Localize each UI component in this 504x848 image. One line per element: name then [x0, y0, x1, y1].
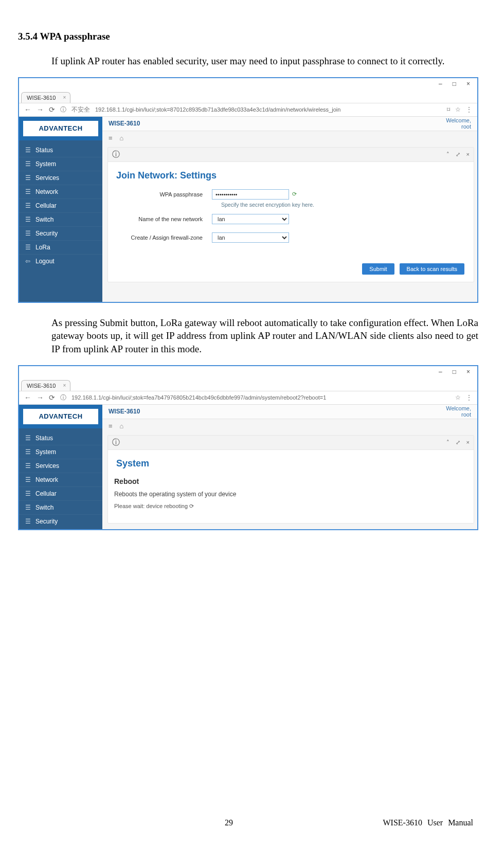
list-icon: ☰: [25, 435, 31, 442]
close-panel-icon[interactable]: ×: [466, 151, 470, 158]
info-badge-icon: ⓘ: [112, 438, 120, 447]
close-tab-icon[interactable]: ×: [63, 383, 66, 388]
window-minimize-icon[interactable]: –: [439, 368, 442, 375]
wpa-passphrase-label: WPA passphrase: [114, 191, 212, 197]
list-icon: ☰: [25, 188, 31, 195]
window-close-icon[interactable]: ×: [466, 368, 470, 375]
list-icon: ☰: [25, 216, 31, 223]
panel-title: Join Network: Settings: [116, 170, 464, 181]
info-icon[interactable]: ⓘ: [60, 393, 66, 402]
intro-paragraph: If uplink AP router has enabled security…: [51, 55, 478, 68]
device-title: WISE-3610: [109, 120, 140, 127]
brand-logo: ADVANTECH: [19, 405, 102, 428]
browser-tab[interactable]: WISE-3610 ×: [21, 380, 70, 391]
network-name-select[interactable]: lan: [212, 214, 289, 224]
home-icon[interactable]: ⌂: [120, 422, 124, 430]
sidebar-item-lora[interactable]: ☰LoRa: [19, 240, 102, 254]
expand-icon[interactable]: ⤢: [456, 439, 460, 446]
reboot-description: Reboots the operating system of your dev…: [114, 491, 464, 498]
sidebar-item-network[interactable]: ☰Network: [19, 185, 102, 199]
tab-title: WISE-3610: [27, 383, 56, 389]
nav-forward-icon[interactable]: →: [37, 105, 44, 114]
nav-reload-icon[interactable]: ⟳: [49, 393, 55, 402]
manual-title-footer: WISE-3610 User Manual: [383, 818, 473, 827]
menu-toggle-icon[interactable]: ≡: [109, 422, 113, 430]
sidebar-item-services[interactable]: ☰Services: [19, 171, 102, 185]
bookmark-icon[interactable]: ☆: [455, 394, 461, 401]
address-bar[interactable]: 192.168.1.1/cgi-bin/luci/;stok=87012c893…: [95, 106, 442, 113]
sidebar-item-status[interactable]: ☰Status: [19, 431, 102, 445]
reveal-password-icon[interactable]: ⟳: [292, 191, 297, 197]
reboot-wait-message: Please wait: device rebooting ⟳: [114, 503, 464, 510]
sidebar-item-switch[interactable]: ☰Switch: [19, 500, 102, 514]
sidebar-item-services[interactable]: ☰Services: [19, 459, 102, 473]
window-minimize-icon[interactable]: –: [439, 80, 442, 87]
panel-title: System: [116, 458, 464, 469]
list-icon: ☰: [25, 518, 31, 525]
info-badge-icon: ⓘ: [112, 150, 120, 159]
insecure-label: 不安全: [71, 105, 90, 114]
welcome-label: Welcome,root: [446, 405, 471, 418]
translate-icon[interactable]: ⌑: [447, 106, 450, 113]
screenshot-reboot: – □ × WISE-3610 × ← → ⟳ ⓘ 192.168.1.1/cg…: [18, 365, 478, 530]
browser-tab[interactable]: WISE-3610 ×: [21, 92, 70, 103]
screenshot-join-network: – □ × WISE-3610 × ← → ⟳ ⓘ 不安全 192.168.1.…: [18, 77, 478, 303]
menu-toggle-icon[interactable]: ≡: [109, 134, 113, 142]
list-icon: ☰: [25, 476, 31, 483]
nav-reload-icon[interactable]: ⟳: [49, 105, 55, 114]
nav-back-icon[interactable]: ←: [24, 105, 31, 114]
wpa-passphrase-input[interactable]: [212, 189, 289, 200]
sidebar-item-network[interactable]: ☰Network: [19, 473, 102, 486]
list-icon: ☰: [25, 244, 31, 251]
sidebar-item-security-partial[interactable]: ☰Security: [19, 514, 102, 526]
sidebar-item-status[interactable]: ☰Status: [19, 143, 102, 157]
list-icon: ☰: [25, 490, 31, 497]
list-icon: ☰: [25, 230, 31, 237]
home-icon[interactable]: ⌂: [120, 134, 124, 142]
section-heading: 3.5.4 WPA passphrase: [18, 31, 478, 42]
menu-icon[interactable]: ⋮: [466, 106, 472, 113]
collapse-icon[interactable]: ˄: [446, 151, 449, 158]
tab-title: WISE-3610: [27, 95, 56, 101]
list-icon: ☰: [25, 462, 31, 470]
sidebar-item-system[interactable]: ☰System: [19, 445, 102, 459]
sidebar-item-logout[interactable]: ⇦Logout: [19, 254, 102, 268]
submit-button[interactable]: Submit: [362, 263, 394, 275]
logout-icon: ⇦: [25, 258, 31, 265]
window-maximize-icon[interactable]: □: [453, 368, 456, 375]
brand-logo: ADVANTECH: [19, 117, 102, 140]
list-icon: ☰: [25, 174, 31, 182]
second-paragraph: As pressing Submit button, LoRa gateway …: [51, 316, 478, 356]
list-icon: ☰: [25, 202, 31, 209]
menu-icon[interactable]: ⋮: [466, 394, 472, 401]
nav-forward-icon[interactable]: →: [37, 393, 44, 402]
sidebar-item-switch[interactable]: ☰Switch: [19, 212, 102, 226]
address-bar[interactable]: 192.168.1.1/cgi-bin/luci/;stok=fea7b4797…: [71, 394, 450, 401]
reboot-heading: Reboot: [114, 477, 464, 485]
close-tab-icon[interactable]: ×: [63, 95, 66, 100]
nav-back-icon[interactable]: ←: [24, 393, 31, 402]
sidebar-nav: ☰Status ☰System ☰Services ☰Network ☰Cell…: [19, 143, 102, 268]
sidebar-item-cellular[interactable]: ☰Cellular: [19, 486, 102, 500]
list-icon: ☰: [25, 448, 31, 456]
window-close-icon[interactable]: ×: [466, 80, 470, 87]
bookmark-icon[interactable]: ☆: [455, 106, 461, 113]
sidebar-item-system[interactable]: ☰System: [19, 157, 102, 171]
collapse-icon[interactable]: ˄: [446, 439, 449, 446]
device-title: WISE-3610: [109, 408, 140, 415]
sidebar-nav: ☰Status ☰System ☰Services ☰Network ☰Cell…: [19, 431, 102, 526]
list-icon: ☰: [25, 160, 31, 168]
sidebar-item-cellular[interactable]: ☰Cellular: [19, 199, 102, 212]
welcome-label: Welcome,root: [446, 117, 471, 130]
info-icon[interactable]: ⓘ: [60, 105, 66, 114]
back-to-scan-button[interactable]: Back to scan results: [400, 263, 464, 275]
expand-icon[interactable]: ⤢: [456, 151, 460, 158]
close-panel-icon[interactable]: ×: [466, 439, 470, 446]
wpa-passphrase-help: Specify the secret encryption key here.: [221, 202, 464, 208]
window-maximize-icon[interactable]: □: [453, 80, 456, 87]
firewall-zone-select[interactable]: lan: [212, 232, 289, 243]
network-name-label: Name of the new network: [114, 216, 212, 222]
list-icon: ☰: [25, 504, 31, 511]
sidebar-item-security[interactable]: ☰Security: [19, 226, 102, 240]
list-icon: ☰: [25, 147, 31, 154]
